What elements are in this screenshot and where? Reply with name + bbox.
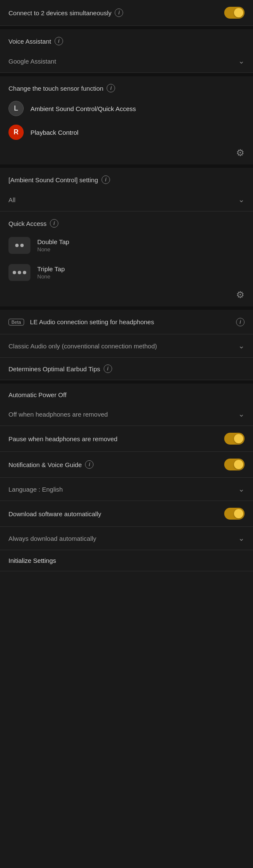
connect-devices-toggle[interactable] <box>224 7 245 19</box>
notification-voice-row: Notification & Voice Guide i <box>0 452 253 478</box>
quick-access-section: Quick Access i <box>0 211 253 232</box>
double-tap-subtitle: None <box>37 246 69 253</box>
download-software-toggle[interactable] <box>224 508 245 520</box>
triple-tap-item[interactable]: Triple Tap None <box>0 259 253 286</box>
notification-voice-label: Notification & Voice Guide i <box>8 460 224 469</box>
dot-1 <box>15 244 19 247</box>
pause-headphones-label: Pause when headphones are removed <box>8 435 224 442</box>
dot-4 <box>18 271 21 274</box>
section-divider-2 <box>0 73 253 76</box>
download-software-label: Download software automatically <box>8 510 224 517</box>
triple-tap-subtitle: None <box>37 273 65 280</box>
language-chevron: ⌄ <box>238 484 245 494</box>
language-dropdown[interactable]: Language : English ⌄ <box>0 478 253 501</box>
beta-badge: Beta <box>8 319 24 326</box>
ambient-sound-info-icon[interactable]: i <box>102 175 110 184</box>
notification-voice-toggle[interactable] <box>224 459 245 470</box>
pause-headphones-row: Pause when headphones are removed <box>0 426 253 452</box>
touch-sensor-gear-icon: ⚙ <box>236 147 245 159</box>
ambient-sound-section: [Ambient Sound Control] setting i <box>0 168 253 188</box>
triple-tap-icon <box>8 264 30 281</box>
le-audio-chevron: ⌄ <box>238 341 245 351</box>
auto-power-off-label: Automatic Power Off <box>8 391 66 398</box>
download-software-row: Download software automatically <box>0 501 253 527</box>
initialize-settings-text: Initialize Settings <box>8 557 56 564</box>
double-tap-label: Double Tap None <box>37 238 69 253</box>
touch-item-left: L Ambient Sound Control/Quick Access <box>0 97 253 120</box>
voice-assistant-info-icon[interactable]: i <box>55 37 63 45</box>
quick-access-gear-icon: ⚙ <box>236 289 245 300</box>
earbud-tips-label: Determines Optimal Earbud Tips i <box>8 364 245 373</box>
auto-power-off-chevron: ⌄ <box>238 409 245 419</box>
left-badge: L <box>8 101 24 116</box>
dot-3 <box>13 271 16 274</box>
touch-sensor-info-icon[interactable]: i <box>107 84 115 92</box>
double-tap-title: Double Tap <box>37 238 69 245</box>
download-always-chevron: ⌄ <box>238 534 245 543</box>
connect-devices-text: Connect to 2 devices simultaneously <box>8 9 111 17</box>
touch-sensor-label: Change the touch sensor function <box>8 85 103 92</box>
download-always-selected: Always download automatically <box>8 535 96 542</box>
pause-headphones-text: Pause when headphones are removed <box>8 435 118 442</box>
language-selected: Language : English <box>8 486 63 493</box>
voice-assistant-selected: Google Assistant <box>8 58 56 65</box>
section-divider-1 <box>0 26 253 29</box>
connect-devices-row: Connect to 2 devices simultaneously i <box>0 0 253 26</box>
initialize-settings-row[interactable]: Initialize Settings <box>0 550 253 571</box>
quick-access-info-icon[interactable]: i <box>50 219 58 228</box>
section-divider-3 <box>0 164 253 168</box>
connect-devices-info-icon[interactable]: i <box>115 8 123 17</box>
notification-voice-info-icon[interactable]: i <box>85 460 94 469</box>
earbud-tips-info-icon[interactable]: i <box>104 364 112 373</box>
auto-power-off-selected: Off when headphones are removed <box>8 411 108 418</box>
double-tap-item[interactable]: Double Tap None <box>0 232 253 259</box>
ambient-sound-label: [Ambient Sound Control] setting <box>8 176 98 184</box>
auto-power-off-section: Automatic Power Off <box>0 384 253 403</box>
ambient-sound-selected: All <box>8 196 16 203</box>
voice-assistant-label: Voice Assistant <box>8 38 51 45</box>
section-divider-4 <box>0 306 253 310</box>
touch-item-right-label: Playback Control <box>30 129 78 136</box>
voice-assistant-section: Voice Assistant i <box>0 29 253 50</box>
double-tap-icon <box>8 237 30 254</box>
ambient-sound-dropdown[interactable]: All ⌄ <box>0 188 253 211</box>
connect-devices-label: Connect to 2 devices simultaneously i <box>8 8 224 17</box>
earbud-tips-row[interactable]: Determines Optimal Earbud Tips i <box>0 358 253 380</box>
touch-item-right: R Playback Control <box>0 120 253 144</box>
touch-item-left-label: Ambient Sound Control/Quick Access <box>30 105 136 112</box>
section-divider-5 <box>0 380 253 384</box>
quick-access-gear-btn[interactable]: ⚙ <box>0 286 253 306</box>
touch-sensor-gear-btn[interactable]: ⚙ <box>0 144 253 164</box>
notification-voice-text: Notification & Voice Guide <box>8 461 82 468</box>
touch-sensor-section: Change the touch sensor function i <box>0 76 253 97</box>
le-audio-selected: Classic Audio only (conventional connect… <box>8 342 157 350</box>
quick-access-label: Quick Access <box>8 220 47 227</box>
le-audio-dropdown[interactable]: Classic Audio only (conventional connect… <box>0 334 253 358</box>
dot-5 <box>23 271 26 274</box>
earbud-tips-text: Determines Optimal Earbud Tips <box>8 365 100 373</box>
le-audio-info-icon[interactable]: i <box>236 318 245 326</box>
ambient-sound-chevron: ⌄ <box>238 195 245 204</box>
right-badge: R <box>8 125 24 140</box>
download-always-dropdown[interactable]: Always download automatically ⌄ <box>0 527 253 550</box>
le-audio-row: Beta LE Audio connection setting for hea… <box>0 310 253 334</box>
triple-tap-title: Triple Tap <box>37 265 65 273</box>
triple-tap-label: Triple Tap None <box>37 265 65 280</box>
le-audio-text: LE Audio connection setting for headphon… <box>30 317 232 326</box>
dot-2 <box>20 244 24 247</box>
auto-power-off-dropdown[interactable]: Off when headphones are removed ⌄ <box>0 403 253 426</box>
voice-assistant-chevron: ⌄ <box>238 56 245 66</box>
voice-assistant-dropdown[interactable]: Google Assistant ⌄ <box>0 50 253 73</box>
pause-headphones-toggle[interactable] <box>224 433 245 445</box>
download-software-text: Download software automatically <box>8 510 101 517</box>
